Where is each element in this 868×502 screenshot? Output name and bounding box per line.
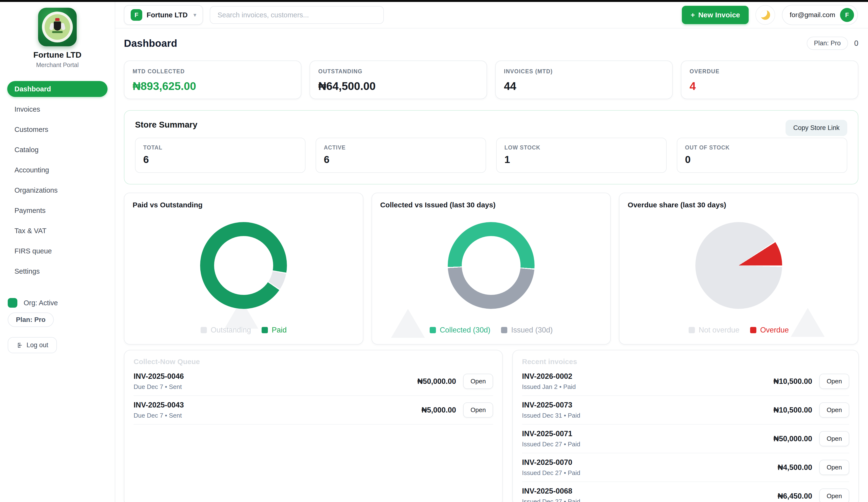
kpi-value: ₦64,500.00 xyxy=(318,80,478,93)
legend-swatch xyxy=(200,327,207,333)
invoice-id: INV-2025-0046 xyxy=(134,372,417,381)
kpi-label: MTD COLLECTED xyxy=(133,68,293,75)
logout-button[interactable]: Log out xyxy=(8,337,57,353)
chart-title: Collected vs Issued (last 30 days) xyxy=(380,201,602,209)
logout-icon xyxy=(17,342,23,348)
store-summary-section: Store Summary Copy Store Link TOTAL 6 AC… xyxy=(124,110,858,184)
plus-icon: + xyxy=(691,11,695,19)
org-selector[interactable]: F Fortune LTD ▾ xyxy=(124,5,203,25)
chart-title: Overdue share (last 30 days) xyxy=(628,201,850,209)
invoice-info: INV-2025-0070 Issued Dec 27 • Paid xyxy=(522,458,778,477)
sidebar-item-firs-queue[interactable]: FIRS queue xyxy=(7,243,107,259)
header-counter: 0 xyxy=(854,39,858,48)
store-stat-value: 1 xyxy=(504,154,659,165)
store-summary-stats: TOTAL 6 ACTIVE 6 LOW STOCK 1 OUT OF STOC… xyxy=(135,138,847,173)
invoice-info: INV-2026-0002 Issued Jan 2 • Paid xyxy=(522,372,774,391)
logout-label: Log out xyxy=(27,341,48,349)
topbar: F Fortune LTD ▾ + New Invoice for@gmail.… xyxy=(115,2,868,29)
sidebar-item-accounting[interactable]: Accounting xyxy=(7,162,107,178)
kpi-label: OUTSTANDING xyxy=(318,68,478,75)
invoice-row: INV-2025-0068 Issued Dec 27 • Paid ₦6,45… xyxy=(522,482,849,502)
store-stat-label: ACTIVE xyxy=(324,144,478,151)
store-stat-low-stock: LOW STOCK 1 xyxy=(496,138,666,173)
new-invoice-button[interactable]: + New Invoice xyxy=(682,6,749,24)
chart-overdue-share: Overdue share (last 30 days) Not overdue… xyxy=(619,193,858,345)
theme-toggle-button[interactable] xyxy=(755,5,775,25)
sidebar-item-dashboard[interactable]: Dashboard xyxy=(7,81,107,97)
donut-hole xyxy=(214,236,273,295)
chart-title: Paid vs Outstanding xyxy=(133,201,355,209)
lists-row: Collect-Now Queue INV-2025-0046 Due Dec … xyxy=(124,350,858,502)
kpi-label: OVERDUE xyxy=(690,68,850,75)
collect-now-queue-title: Collect-Now Queue xyxy=(134,358,493,366)
invoice-meta: Issued Dec 27 • Paid xyxy=(522,498,778,502)
queue-row: INV-2025-0043 Due Dec 7 • Sent ₦5,000.00… xyxy=(134,396,493,424)
sidebar-item-tax-vat[interactable]: Tax & VAT xyxy=(7,223,107,239)
kpi-row: MTD COLLECTED ₦893,625.00 OUTSTANDING ₦6… xyxy=(124,61,858,99)
legend-label: Collected (30d) xyxy=(440,326,490,335)
invoice-id: INV-2025-0070 xyxy=(522,458,778,467)
kpi-card-mtd-collected: MTD COLLECTED ₦893,625.00 xyxy=(124,61,301,99)
new-invoice-label: New Invoice xyxy=(698,11,740,19)
legend-item-overdue[interactable]: Overdue xyxy=(750,326,789,335)
brand-block: Fortune LTD Merchant Portal xyxy=(0,8,115,69)
invoice-meta: Issued Jan 2 • Paid xyxy=(522,383,774,391)
store-stat-value: 6 xyxy=(143,154,297,165)
crest-horse-right-icon xyxy=(60,23,66,31)
account-menu[interactable]: for@gmail.com F xyxy=(782,5,858,25)
crest-shield-icon xyxy=(54,21,61,31)
legend-item-collected[interactable]: Collected (30d) xyxy=(430,326,490,335)
sidebar-item-customers[interactable]: Customers xyxy=(7,122,107,137)
app-window: Fortune LTD Merchant Portal Dashboard In… xyxy=(0,0,868,502)
invoice-id: INV-2025-0071 xyxy=(522,429,774,438)
open-invoice-button[interactable]: Open xyxy=(463,374,493,389)
account-email: for@gmail.com xyxy=(789,11,835,19)
sidebar-item-organizations[interactable]: Organizations xyxy=(7,182,107,198)
sidebar-item-settings[interactable]: Settings xyxy=(7,263,107,279)
donut-hole xyxy=(462,236,521,295)
store-stat-value: 6 xyxy=(324,154,478,165)
brand-name: Fortune LTD xyxy=(0,50,115,60)
open-invoice-button[interactable]: Open xyxy=(819,431,849,446)
open-invoice-button[interactable]: Open xyxy=(819,374,849,389)
open-invoice-button[interactable]: Open xyxy=(819,460,849,475)
sidebar-item-catalog[interactable]: Catalog xyxy=(7,142,107,158)
search-input[interactable] xyxy=(210,6,384,24)
legend-item-not-overdue[interactable]: Not overdue xyxy=(689,326,740,335)
legend-swatch xyxy=(262,327,268,333)
page-header-right: Plan: Pro 0 xyxy=(807,37,858,50)
window-top-strip xyxy=(0,0,868,2)
legend-label: Paid xyxy=(272,326,287,335)
plan-badge: Plan: Pro xyxy=(807,37,848,50)
kpi-value: ₦893,625.00 xyxy=(133,80,293,93)
chart-legend: Collected (30d) Issued (30d) xyxy=(380,326,602,335)
legend-label: Not overdue xyxy=(699,326,740,335)
chart-legend: Not overdue Overdue xyxy=(628,326,850,335)
sidebar-item-payments[interactable]: Payments xyxy=(7,203,107,218)
legend-item-paid[interactable]: Paid xyxy=(262,326,287,335)
open-invoice-button[interactable]: Open xyxy=(819,402,849,418)
sidebar-item-invoices[interactable]: Invoices xyxy=(7,101,107,117)
invoice-id: INV-2025-0043 xyxy=(134,401,422,409)
invoice-id: INV-2025-0068 xyxy=(522,487,778,495)
crest-eagle-icon xyxy=(55,18,60,21)
invoice-meta: Due Dec 7 • Sent xyxy=(134,383,417,391)
org-selector-avatar: F xyxy=(131,9,142,21)
open-invoice-button[interactable]: Open xyxy=(463,402,493,418)
invoice-amount: ₦50,000.00 xyxy=(774,434,812,443)
queue-row: INV-2025-0046 Due Dec 7 • Sent ₦50,000.0… xyxy=(134,367,493,396)
donut-chart-paid-vs-outstanding xyxy=(200,222,287,309)
invoice-amount: ₦10,500.00 xyxy=(774,406,812,414)
copy-store-link-button[interactable]: Copy Store Link xyxy=(786,120,847,136)
invoice-info: INV-2025-0073 Issued Dec 31 • Paid xyxy=(522,401,774,419)
brand-subtitle: Merchant Portal xyxy=(0,61,115,69)
legend-item-outstanding[interactable]: Outstanding xyxy=(200,326,251,335)
invoice-id: INV-2025-0073 xyxy=(522,401,774,409)
store-stat-value: 0 xyxy=(685,154,839,165)
account-avatar: F xyxy=(840,8,854,22)
sidebar-plan-badge: Plan: Pro xyxy=(8,313,54,327)
open-invoice-button[interactable]: Open xyxy=(819,489,849,502)
legend-swatch xyxy=(689,327,695,333)
invoice-info: INV-2025-0071 Issued Dec 27 • Paid xyxy=(522,429,774,448)
legend-item-issued[interactable]: Issued (30d) xyxy=(501,326,552,335)
